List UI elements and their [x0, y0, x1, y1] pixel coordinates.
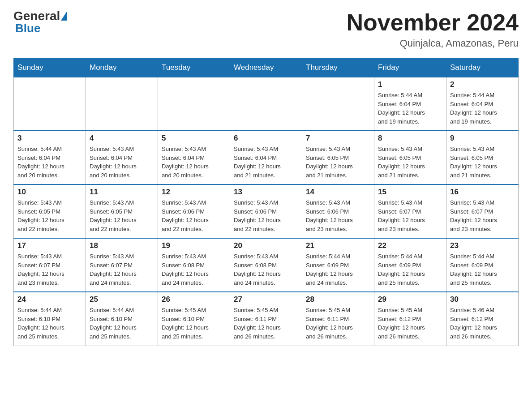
day-number: 14	[306, 188, 370, 197]
day-number: 11	[90, 188, 154, 197]
table-row	[158, 77, 230, 131]
day-number: 15	[378, 188, 442, 197]
day-number: 21	[306, 241, 370, 250]
day-info: Sunrise: 5:43 AMSunset: 6:06 PMDaylight:…	[306, 198, 370, 233]
table-row: 18Sunrise: 5:43 AMSunset: 6:07 PMDayligh…	[86, 238, 158, 292]
table-row: 22Sunrise: 5:44 AMSunset: 6:09 PMDayligh…	[374, 238, 446, 292]
day-info: Sunrise: 5:45 AMSunset: 6:11 PMDaylight:…	[234, 306, 298, 341]
calendar-week-row: 3Sunrise: 5:44 AMSunset: 6:04 PMDaylight…	[14, 131, 519, 184]
day-info: Sunrise: 5:43 AMSunset: 6:07 PMDaylight:…	[17, 252, 82, 287]
day-number: 2	[450, 80, 515, 89]
table-row: 7Sunrise: 5:43 AMSunset: 6:05 PMDaylight…	[302, 131, 374, 184]
day-info: Sunrise: 5:44 AMSunset: 6:09 PMDaylight:…	[378, 252, 442, 287]
table-row: 28Sunrise: 5:45 AMSunset: 6:11 PMDayligh…	[302, 292, 374, 346]
month-title: November 2024	[347, 9, 519, 36]
calendar-week-row: 10Sunrise: 5:43 AMSunset: 6:05 PMDayligh…	[14, 184, 519, 238]
day-info: Sunrise: 5:44 AMSunset: 6:04 PMDaylight:…	[450, 91, 515, 126]
day-info: Sunrise: 5:43 AMSunset: 6:04 PMDaylight:…	[162, 145, 226, 180]
table-row: 6Sunrise: 5:43 AMSunset: 6:04 PMDaylight…	[230, 131, 302, 184]
page-header: General Blue November 2024 Quinjalca, Am…	[13, 9, 519, 49]
day-number: 19	[162, 241, 226, 250]
table-row	[302, 77, 374, 131]
table-row: 14Sunrise: 5:43 AMSunset: 6:06 PMDayligh…	[302, 184, 374, 238]
day-info: Sunrise: 5:43 AMSunset: 6:06 PMDaylight:…	[162, 198, 226, 233]
logo-blue-text: Blue	[15, 21, 40, 35]
table-row: 10Sunrise: 5:43 AMSunset: 6:05 PMDayligh…	[14, 184, 86, 238]
day-number: 30	[450, 295, 515, 304]
table-row: 8Sunrise: 5:43 AMSunset: 6:05 PMDaylight…	[374, 131, 446, 184]
day-number: 1	[378, 80, 442, 89]
day-number: 3	[17, 134, 82, 143]
day-number: 17	[17, 241, 82, 250]
table-row: 3Sunrise: 5:44 AMSunset: 6:04 PMDaylight…	[14, 131, 86, 184]
day-info: Sunrise: 5:43 AMSunset: 6:05 PMDaylight:…	[306, 145, 370, 180]
day-number: 24	[17, 295, 82, 304]
calendar-week-row: 17Sunrise: 5:43 AMSunset: 6:07 PMDayligh…	[14, 238, 519, 292]
day-number: 6	[234, 134, 298, 143]
day-number: 25	[90, 295, 154, 304]
table-row: 27Sunrise: 5:45 AMSunset: 6:11 PMDayligh…	[230, 292, 302, 346]
table-row: 15Sunrise: 5:43 AMSunset: 6:07 PMDayligh…	[374, 184, 446, 238]
table-row: 23Sunrise: 5:44 AMSunset: 6:09 PMDayligh…	[446, 238, 519, 292]
day-number: 27	[234, 295, 298, 304]
table-row: 19Sunrise: 5:43 AMSunset: 6:08 PMDayligh…	[158, 238, 230, 292]
day-number: 26	[162, 295, 226, 304]
day-info: Sunrise: 5:44 AMSunset: 6:04 PMDaylight:…	[17, 145, 82, 180]
day-number: 20	[234, 241, 298, 250]
day-number: 16	[450, 188, 515, 197]
day-info: Sunrise: 5:44 AMSunset: 6:09 PMDaylight:…	[450, 252, 515, 287]
table-row: 16Sunrise: 5:43 AMSunset: 6:07 PMDayligh…	[446, 184, 519, 238]
day-info: Sunrise: 5:43 AMSunset: 6:05 PMDaylight:…	[90, 198, 154, 233]
weekday-header-row: Sunday Monday Tuesday Wednesday Thursday…	[14, 59, 519, 77]
table-row: 29Sunrise: 5:45 AMSunset: 6:12 PMDayligh…	[374, 292, 446, 346]
table-row: 17Sunrise: 5:43 AMSunset: 6:07 PMDayligh…	[14, 238, 86, 292]
day-number: 7	[306, 134, 370, 143]
header-saturday: Saturday	[446, 59, 519, 77]
logo-triangle-icon	[61, 12, 67, 21]
table-row: 24Sunrise: 5:44 AMSunset: 6:10 PMDayligh…	[14, 292, 86, 346]
header-thursday: Thursday	[302, 59, 374, 77]
title-area: November 2024 Quinjalca, Amazonas, Peru	[347, 9, 519, 49]
day-info: Sunrise: 5:43 AMSunset: 6:05 PMDaylight:…	[17, 198, 82, 233]
day-info: Sunrise: 5:45 AMSunset: 6:11 PMDaylight:…	[306, 306, 370, 341]
day-info: Sunrise: 5:43 AMSunset: 6:07 PMDaylight:…	[378, 198, 442, 233]
day-number: 28	[306, 295, 370, 304]
day-info: Sunrise: 5:45 AMSunset: 6:10 PMDaylight:…	[162, 306, 226, 341]
day-number: 4	[90, 134, 154, 143]
day-number: 22	[378, 241, 442, 250]
table-row: 9Sunrise: 5:43 AMSunset: 6:05 PMDaylight…	[446, 131, 519, 184]
day-info: Sunrise: 5:44 AMSunset: 6:09 PMDaylight:…	[306, 252, 370, 287]
day-number: 29	[378, 295, 442, 304]
table-row	[230, 77, 302, 131]
day-number: 5	[162, 134, 226, 143]
calendar-week-row: 24Sunrise: 5:44 AMSunset: 6:10 PMDayligh…	[14, 292, 519, 346]
day-info: Sunrise: 5:43 AMSunset: 6:08 PMDaylight:…	[234, 252, 298, 287]
table-row: 20Sunrise: 5:43 AMSunset: 6:08 PMDayligh…	[230, 238, 302, 292]
table-row: 12Sunrise: 5:43 AMSunset: 6:06 PMDayligh…	[158, 184, 230, 238]
table-row: 1Sunrise: 5:44 AMSunset: 6:04 PMDaylight…	[374, 77, 446, 131]
day-number: 18	[90, 241, 154, 250]
table-row: 30Sunrise: 5:46 AMSunset: 6:12 PMDayligh…	[446, 292, 519, 346]
table-row: 25Sunrise: 5:44 AMSunset: 6:10 PMDayligh…	[86, 292, 158, 346]
table-row: 11Sunrise: 5:43 AMSunset: 6:05 PMDayligh…	[86, 184, 158, 238]
day-number: 13	[234, 188, 298, 197]
day-info: Sunrise: 5:43 AMSunset: 6:07 PMDaylight:…	[90, 252, 154, 287]
day-info: Sunrise: 5:44 AMSunset: 6:04 PMDaylight:…	[378, 91, 442, 126]
header-wednesday: Wednesday	[230, 59, 302, 77]
day-info: Sunrise: 5:45 AMSunset: 6:12 PMDaylight:…	[378, 306, 442, 341]
day-info: Sunrise: 5:44 AMSunset: 6:10 PMDaylight:…	[17, 306, 82, 341]
day-info: Sunrise: 5:43 AMSunset: 6:04 PMDaylight:…	[90, 145, 154, 180]
table-row: 5Sunrise: 5:43 AMSunset: 6:04 PMDaylight…	[158, 131, 230, 184]
day-number: 8	[378, 134, 442, 143]
table-row	[14, 77, 86, 131]
day-info: Sunrise: 5:44 AMSunset: 6:10 PMDaylight:…	[90, 306, 154, 341]
location-subtitle: Quinjalca, Amazonas, Peru	[347, 38, 519, 49]
day-number: 9	[450, 134, 515, 143]
header-friday: Friday	[374, 59, 446, 77]
day-info: Sunrise: 5:43 AMSunset: 6:07 PMDaylight:…	[450, 198, 515, 233]
header-sunday: Sunday	[14, 59, 86, 77]
calendar-table: Sunday Monday Tuesday Wednesday Thursday…	[13, 58, 519, 346]
day-number: 10	[17, 188, 82, 197]
table-row	[86, 77, 158, 131]
day-info: Sunrise: 5:46 AMSunset: 6:12 PMDaylight:…	[450, 306, 515, 341]
